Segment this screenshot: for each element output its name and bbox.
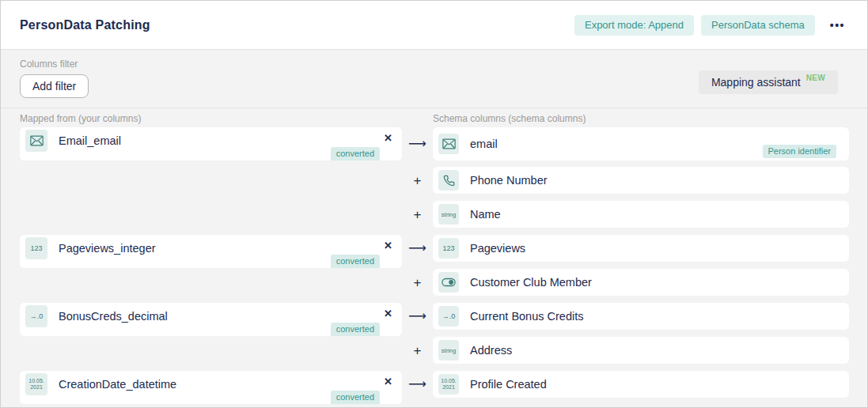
email-icon (25, 130, 47, 152)
converted-badge: converted (331, 391, 380, 404)
column-label: Email_email (59, 134, 121, 147)
add-mapping-button[interactable]: + (402, 201, 433, 228)
schema-column-cell: stringName (433, 201, 849, 228)
source-column-cell: 123Pageviews_integer✕converted (20, 235, 402, 268)
column-label: Phone Number (470, 174, 548, 187)
decimal-icon: →.0 (438, 306, 459, 327)
mapping-arrow-icon: ⟶ (402, 127, 433, 161)
schema-column-card[interactable]: →.0Current Bonus Credits (433, 303, 849, 330)
schema-column-card[interactable]: 123Pageviews (433, 235, 849, 262)
schema-button[interactable]: PersonData schema (701, 15, 815, 36)
mapped-from-header: Mapped from (your columns) (20, 113, 433, 124)
schema-column-cell: Customer Club Member (433, 269, 849, 296)
mapping-row: +stringName (20, 201, 849, 228)
columns-filter-label: Columns filter (20, 59, 848, 70)
persondata-patching-panel: PersonData Patching Export mode: Append … (0, 0, 868, 408)
schema-column-card[interactable]: stringName (433, 201, 849, 228)
person-identifier-badge: Person identifier (763, 145, 837, 158)
column-label: Pageviews_integer (59, 242, 156, 255)
column-label: BonusCreds_decimal (59, 310, 168, 323)
email-icon (438, 134, 459, 154)
mapping-row: Email_email✕converted⟶emailPerson identi… (20, 127, 849, 161)
schema-column-card[interactable]: stringAddress (433, 337, 849, 364)
schema-column-cell: emailPerson identifier (433, 127, 849, 161)
mapping-row: +Customer Club Member (20, 269, 849, 296)
columns-filter-section: Columns filter Add filter Mapping assist… (1, 50, 867, 108)
column-label: Profile Created (470, 378, 547, 391)
schema-column-cell: 123Pageviews (433, 235, 849, 262)
integer-icon: 123 (25, 237, 47, 259)
mapping-row: 123Pageviews_integer✕converted⟶123Pagevi… (20, 235, 849, 262)
schema-column-card[interactable]: emailPerson identifier (433, 127, 849, 161)
mapping-arrow-icon: ⟶ (402, 303, 433, 330)
more-menu-button[interactable]: ••• (825, 16, 850, 35)
column-label: email (470, 138, 498, 150)
mapping-row: 10.05.2021CreationDate_datetime✕converte… (20, 371, 849, 398)
source-column-card[interactable]: 10.05.2021CreationDate_datetime✕converte… (20, 371, 402, 404)
mapping-row: +Phone Number (20, 167, 849, 194)
string-icon: string (438, 340, 459, 361)
source-column-card[interactable]: 123Pageviews_integer✕converted (20, 235, 402, 268)
integer-icon: 123 (438, 238, 459, 259)
add-filter-button[interactable]: Add filter (20, 74, 89, 98)
datetime-icon: 10.05.2021 (25, 373, 47, 395)
schema-column-cell: stringAddress (433, 337, 849, 364)
decimal-icon: →.0 (25, 305, 47, 327)
schema-column-card[interactable]: Customer Club Member (433, 269, 849, 296)
mapping-arrow-icon: ⟶ (402, 371, 433, 398)
schema-columns-header: Schema columns (schema columns) (433, 113, 849, 124)
source-column-card[interactable]: Email_email✕converted (20, 127, 402, 161)
datetime-icon: 10.05.2021 (438, 374, 459, 395)
mapping-row: +stringAddress (20, 337, 849, 364)
schema-column-cell: 10.05.2021Profile Created (433, 371, 849, 398)
add-mapping-button[interactable]: + (402, 269, 433, 296)
mapping-assistant-label: Mapping assistant (711, 76, 801, 89)
boolean-icon (438, 272, 459, 293)
header-actions: Export mode: Append PersonData schema ••… (574, 15, 850, 36)
column-label: Customer Club Member (470, 276, 592, 289)
mapping-section: Mapped from (your columns) Schema column… (1, 108, 867, 407)
schema-column-card[interactable]: Phone Number (433, 167, 849, 194)
mapping-row: →.0BonusCreds_decimal✕converted⟶→.0Curre… (20, 303, 849, 330)
ellipsis-icon: ••• (830, 19, 845, 32)
source-column-card[interactable]: →.0BonusCreds_decimal✕converted (20, 303, 402, 336)
schema-column-card[interactable]: 10.05.2021Profile Created (433, 371, 849, 398)
header: PersonData Patching Export mode: Append … (1, 1, 867, 50)
remove-mapping-button[interactable]: ✕ (382, 307, 394, 320)
schema-column-cell: Phone Number (433, 167, 849, 194)
mapping-rows: Email_email✕converted⟶emailPerson identi… (20, 127, 849, 398)
add-mapping-button[interactable]: + (402, 167, 433, 194)
remove-mapping-button[interactable]: ✕ (382, 239, 394, 252)
remove-mapping-button[interactable]: ✕ (382, 131, 394, 145)
column-label: Pageviews (470, 242, 525, 255)
converted-badge: converted (331, 323, 380, 336)
new-badge: NEW (806, 74, 825, 82)
converted-badge: converted (331, 255, 380, 268)
column-label: Current Bonus Credits (470, 310, 583, 323)
mapping-assistant-button[interactable]: Mapping assistant NEW (699, 70, 838, 94)
column-label: Address (470, 344, 512, 357)
source-column-cell: 10.05.2021CreationDate_datetime✕converte… (20, 371, 402, 404)
source-column-cell: →.0BonusCreds_decimal✕converted (20, 303, 402, 336)
column-headers: Mapped from (your columns) Schema column… (20, 113, 849, 124)
remove-mapping-button[interactable]: ✕ (382, 375, 394, 388)
column-label: CreationDate_datetime (59, 378, 176, 391)
phone-icon (438, 170, 459, 191)
column-label: Name (470, 208, 501, 221)
export-mode-button[interactable]: Export mode: Append (574, 15, 694, 36)
converted-badge: converted (331, 147, 380, 161)
string-icon: string (438, 204, 459, 225)
add-mapping-button[interactable]: + (402, 337, 433, 364)
page-title: PersonData Patching (20, 18, 150, 32)
schema-column-cell: →.0Current Bonus Credits (433, 303, 849, 330)
mapping-arrow-icon: ⟶ (402, 235, 433, 262)
source-column-cell: Email_email✕converted (20, 127, 402, 161)
